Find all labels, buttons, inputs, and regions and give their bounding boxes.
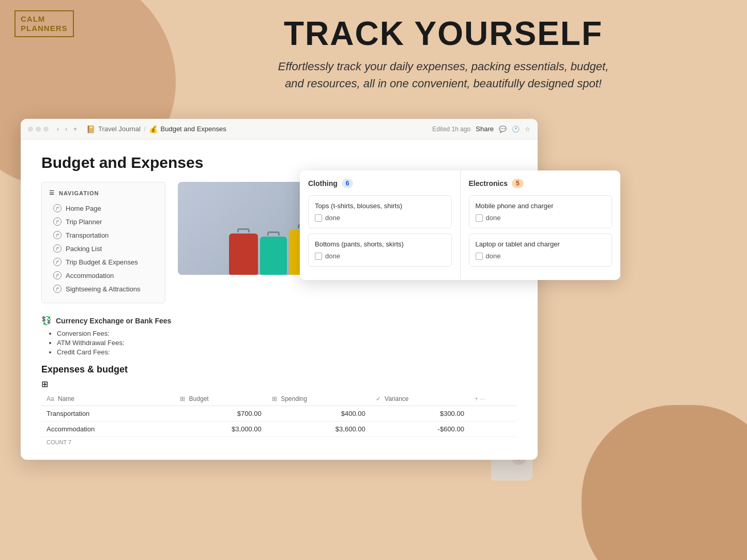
- cell-variance-2: -$600.00: [371, 422, 469, 437]
- col-name-icon: Aa: [47, 395, 54, 402]
- nav-item-accommodation[interactable]: Accommodation: [49, 269, 158, 282]
- topbar-right: Edited 1h ago Share 💬 🕐 ☆: [432, 125, 530, 133]
- luggage-handle-2: [267, 231, 280, 236]
- nav-item-transportation[interactable]: Transportation: [49, 228, 158, 242]
- main-title: TRACK YOURSELF: [181, 15, 706, 52]
- packing-item-phone: Mobile phone and charger done: [469, 195, 613, 228]
- currency-list: Conversion Fees: ATM Withdrawal Fees: Cr…: [41, 330, 517, 356]
- nav-block-header: ☰ NAVIGATION: [49, 190, 158, 196]
- table-header-row: Aa Name ⊞ Budget ⊞ Spending ✓: [41, 392, 517, 406]
- dot-3: [43, 127, 49, 132]
- comment-icon[interactable]: 💬: [499, 126, 507, 133]
- col-budget[interactable]: ⊞ Budget: [175, 392, 267, 406]
- col-budget-icon: ⊞: [180, 395, 185, 402]
- breadcrumb-separator: /: [144, 125, 146, 133]
- nav-item-budget[interactable]: Trip Budget & Expenses: [49, 255, 158, 269]
- breadcrumb-parent[interactable]: Travel Journal: [98, 125, 141, 133]
- nav-arrow-home: [53, 204, 62, 212]
- star-icon[interactable]: ☆: [525, 126, 530, 133]
- col-add[interactable]: + ···: [469, 392, 517, 406]
- packing-item-tops: Tops (t-shirts, blouses, shirts) done: [308, 195, 452, 228]
- clock-icon[interactable]: 🕐: [512, 126, 520, 133]
- checkbox-row-bottoms: done: [315, 252, 445, 260]
- col-spending-icon: ⊞: [272, 395, 277, 402]
- packing-col-electronics: Electronics 5 Mobile phone and charger d…: [461, 170, 621, 280]
- checkbox-phone[interactable]: [476, 214, 483, 222]
- breadcrumb: 📔 Travel Journal / 💰 Budget and Expenses: [86, 125, 428, 133]
- dot-2: [36, 127, 41, 132]
- nav-arrow-budget: [53, 258, 62, 266]
- edited-label: Edited 1h ago: [432, 126, 470, 133]
- nav-arrow-sight: [53, 285, 62, 293]
- currency-item-2: ATM Withdrawal Fees:: [57, 339, 517, 347]
- checkbox-laptop[interactable]: [476, 253, 483, 260]
- table-row: Accommodation $3,000.00 $3,600.00 -$600.…: [41, 422, 517, 437]
- col-variance-icon: ✓: [376, 395, 381, 402]
- packing-item-laptop-name: Laptop or tablet and charger: [476, 240, 606, 248]
- notion-topbar: ‹ › + 📔 Travel Journal / 💰 Budget and Ex…: [21, 119, 538, 139]
- nav-arrow-trip: [53, 217, 62, 226]
- expenses-section: Expenses & budget ⊞ Aa Name ⊞ Budget: [41, 364, 517, 447]
- clothing-count: 6: [342, 179, 354, 188]
- expenses-table: Aa Name ⊞ Budget ⊞ Spending ✓: [41, 392, 517, 437]
- background-blob-bottom-right: [582, 405, 747, 560]
- checkbox-phone-label: done: [486, 214, 501, 222]
- expenses-title: Expenses & budget: [41, 364, 517, 375]
- nav-item-trip-planner[interactable]: Trip Planner: [49, 215, 158, 228]
- packing-item-laptop: Laptop or tablet and charger done: [469, 234, 613, 267]
- nav-header-text: NAVIGATION: [59, 190, 99, 196]
- checkbox-row-phone: done: [476, 214, 606, 222]
- dot-1: [28, 127, 33, 132]
- nav-forward[interactable]: ›: [63, 125, 69, 134]
- breadcrumb-current: Budget and Expenses: [161, 125, 226, 133]
- luggage-red: [229, 234, 258, 275]
- currency-item-3: Credit Card Fees:: [57, 348, 517, 356]
- cell-spending-1: $400.00: [267, 406, 371, 422]
- checkbox-tops[interactable]: [315, 214, 322, 222]
- breadcrumb-current-icon: 💰: [149, 125, 158, 133]
- packing-item-phone-name: Mobile phone and charger: [476, 202, 606, 210]
- nav-item-home[interactable]: Home Page: [49, 201, 158, 215]
- nav-arrows: ‹ › +: [55, 125, 79, 134]
- breadcrumb-icon: 📔: [86, 125, 95, 133]
- window-controls: [28, 127, 49, 132]
- cell-budget-1: $700.00: [175, 406, 267, 422]
- checkbox-row-laptop: done: [476, 252, 606, 260]
- cell-name-2: Accommodation: [41, 422, 175, 437]
- col-variance[interactable]: ✓ Variance: [371, 392, 469, 406]
- currency-header: 💱 Currency Exchange or Bank Fees: [41, 316, 517, 325]
- notion-window: ‹ › + 📔 Travel Journal / 💰 Budget and Ex…: [21, 119, 538, 460]
- nav-arrow-packing: [53, 244, 62, 253]
- packing-item-bottoms-name: Bottoms (pants, shorts, skirts): [315, 240, 445, 248]
- header-section: TRACK YOURSELF Effortlessly track your d…: [181, 15, 706, 92]
- electronics-header: Electronics 5: [469, 179, 613, 188]
- col-spending[interactable]: ⊞ Spending: [267, 392, 371, 406]
- checkbox-bottoms-label: done: [325, 252, 340, 260]
- electronics-title: Electronics: [469, 179, 508, 188]
- currency-item-1: Conversion Fees:: [57, 330, 517, 337]
- share-button[interactable]: Share: [476, 125, 494, 133]
- nav-plus[interactable]: +: [71, 125, 79, 134]
- col-name[interactable]: Aa Name: [41, 392, 175, 406]
- luggage-teal: [260, 237, 287, 275]
- nav-item-packing[interactable]: Packing List: [49, 242, 158, 255]
- packing-col-clothing: Clothing 6 Tops (t-shirts, blouses, shir…: [300, 170, 461, 280]
- nav-back[interactable]: ‹: [55, 125, 61, 134]
- packing-columns: Clothing 6 Tops (t-shirts, blouses, shir…: [300, 170, 620, 280]
- logo-text-line1: CALM: [21, 14, 68, 24]
- nav-item-sightseeing[interactable]: Sightseeing & Attractions: [49, 282, 158, 295]
- packing-item-bottoms: Bottoms (pants, shorts, skirts) done: [308, 234, 452, 267]
- electronics-count: 5: [512, 179, 524, 188]
- checkbox-bottoms[interactable]: [315, 253, 322, 260]
- navigation-block: ☰ NAVIGATION Home Page Trip Planner Tran…: [41, 182, 165, 303]
- cell-budget-2: $3,000.00: [175, 422, 267, 437]
- cell-spending-2: $3,600.00: [267, 422, 371, 437]
- cell-variance-1: $300.00: [371, 406, 469, 422]
- page-title: Budget and Expenses: [41, 154, 517, 172]
- currency-title: Currency Exchange or Bank Fees: [56, 317, 171, 325]
- checkbox-laptop-label: done: [486, 252, 501, 260]
- nav-menu-icon: ☰: [49, 190, 55, 196]
- subtitle: Effortlessly track your daily expenses, …: [268, 58, 619, 92]
- packing-item-tops-name: Tops (t-shirts, blouses, shirts): [315, 202, 445, 210]
- clothing-header: Clothing 6: [308, 179, 452, 188]
